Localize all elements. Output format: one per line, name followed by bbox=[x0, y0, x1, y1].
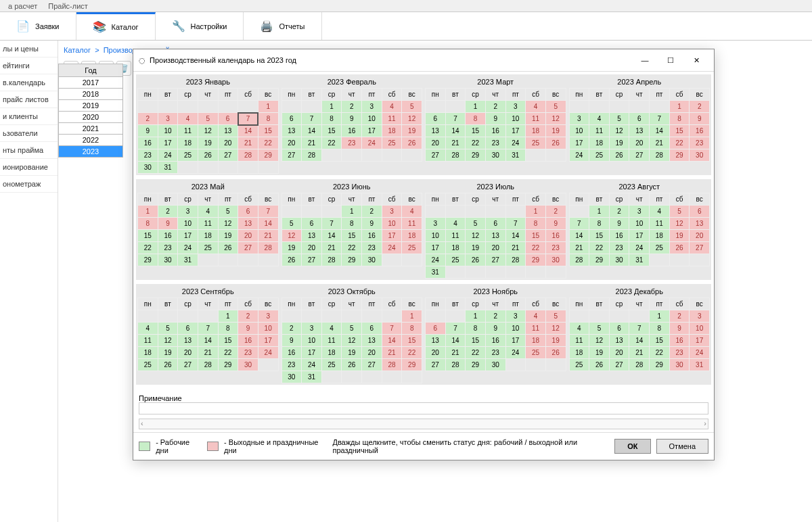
day-cell[interactable]: 29 bbox=[669, 149, 690, 162]
day-cell[interactable]: 12 bbox=[281, 230, 302, 242]
day-cell[interactable]: 17 bbox=[362, 125, 382, 137]
day-cell[interactable]: 13 bbox=[281, 125, 302, 137]
day-cell[interactable]: 12 bbox=[609, 125, 629, 137]
day-cell[interactable]: 18 bbox=[178, 137, 198, 149]
day-cell[interactable]: 22 bbox=[402, 347, 422, 359]
day-cell[interactable]: 8 bbox=[321, 113, 342, 125]
day-cell[interactable]: 8 bbox=[466, 323, 486, 335]
day-cell[interactable]: 3 bbox=[505, 101, 526, 113]
day-cell[interactable]: 4 bbox=[445, 218, 466, 230]
day-cell[interactable]: 5 bbox=[342, 323, 362, 335]
day-cell[interactable]: 2 bbox=[158, 206, 178, 218]
day-cell[interactable]: 30 bbox=[485, 359, 505, 371]
day-cell[interactable]: 12 bbox=[589, 335, 610, 347]
day-cell[interactable]: 5 bbox=[545, 310, 566, 323]
day-cell[interactable]: 25 bbox=[178, 149, 198, 162]
cancel-button[interactable]: Отмена bbox=[656, 439, 708, 454]
main-tab-Каталог[interactable]: Каталог bbox=[76, 12, 156, 40]
day-cell[interactable]: 13 bbox=[218, 125, 238, 137]
day-cell[interactable]: 6 bbox=[609, 323, 629, 335]
day-cell[interactable]: 20 bbox=[609, 347, 629, 359]
day-cell[interactable]: 13 bbox=[609, 335, 629, 347]
main-tab-Настройки[interactable]: Настройки bbox=[156, 12, 244, 40]
day-cell[interactable]: 28 bbox=[258, 242, 278, 254]
day-cell[interactable]: 14 bbox=[569, 230, 589, 242]
day-cell[interactable]: 26 bbox=[198, 149, 218, 162]
day-cell[interactable]: 19 bbox=[589, 347, 610, 359]
day-cell[interactable]: 16 bbox=[545, 230, 566, 242]
day-cell[interactable]: 11 bbox=[526, 323, 546, 335]
day-cell[interactable]: 14 bbox=[238, 125, 258, 137]
day-cell[interactable]: 10 bbox=[690, 323, 710, 335]
day-cell[interactable]: 25 bbox=[445, 254, 466, 266]
day-cell[interactable]: 1 bbox=[402, 310, 422, 323]
day-cell[interactable]: 21 bbox=[198, 347, 218, 359]
day-cell[interactable]: 8 bbox=[650, 323, 670, 335]
day-cell[interactable]: 13 bbox=[629, 125, 650, 137]
day-cell[interactable]: 8 bbox=[466, 113, 486, 125]
day-cell[interactable]: 11 bbox=[589, 125, 610, 137]
day-cell[interactable]: 30 bbox=[545, 254, 566, 266]
day-cell[interactable]: 1 bbox=[466, 101, 486, 113]
top-tab[interactable]: Прайс-лист bbox=[43, 1, 93, 11]
day-cell[interactable]: 24 bbox=[505, 347, 526, 359]
day-cell[interactable]: 4 bbox=[569, 323, 589, 335]
day-cell[interactable]: 5 bbox=[218, 206, 238, 218]
day-cell[interactable]: 10 bbox=[158, 125, 178, 137]
day-cell[interactable]: 10 bbox=[382, 218, 402, 230]
day-cell[interactable]: 5 bbox=[466, 218, 486, 230]
day-cell[interactable]: 28 bbox=[382, 359, 402, 371]
day-cell[interactable]: 7 bbox=[650, 113, 670, 125]
day-cell[interactable]: 21 bbox=[258, 230, 278, 242]
day-cell[interactable]: 24 bbox=[158, 149, 178, 162]
day-cell[interactable]: 20 bbox=[218, 137, 238, 149]
day-cell[interactable]: 9 bbox=[342, 113, 362, 125]
day-cell[interactable]: 29 bbox=[138, 254, 158, 266]
day-cell[interactable]: 9 bbox=[690, 113, 710, 125]
day-cell[interactable]: 12 bbox=[218, 218, 238, 230]
day-cell[interactable]: 28 bbox=[238, 149, 258, 162]
day-cell[interactable]: 6 bbox=[178, 323, 198, 335]
day-cell[interactable]: 6 bbox=[362, 323, 382, 335]
sidebar-item[interactable]: нты прайма bbox=[0, 142, 58, 159]
day-cell[interactable]: 17 bbox=[302, 347, 322, 359]
day-cell[interactable]: 22 bbox=[138, 242, 158, 254]
day-cell[interactable]: 22 bbox=[321, 137, 342, 149]
day-cell[interactable]: 27 bbox=[362, 359, 382, 371]
day-cell[interactable]: 20 bbox=[426, 347, 446, 359]
day-cell[interactable]: 17 bbox=[569, 137, 589, 149]
day-cell[interactable]: 4 bbox=[650, 206, 670, 218]
day-cell[interactable]: 30 bbox=[485, 149, 505, 162]
day-cell[interactable]: 20 bbox=[281, 137, 302, 149]
day-cell[interactable]: 17 bbox=[158, 137, 178, 149]
day-cell[interactable]: 16 bbox=[342, 125, 362, 137]
year-item[interactable]: 2021 bbox=[58, 123, 123, 135]
day-cell[interactable]: 28 bbox=[302, 149, 322, 162]
day-cell[interactable]: 31 bbox=[158, 162, 178, 174]
day-cell[interactable]: 12 bbox=[545, 323, 566, 335]
day-cell[interactable]: 20 bbox=[238, 230, 258, 242]
day-cell[interactable]: 2 bbox=[342, 101, 362, 113]
sidebar-item[interactable]: онометраж bbox=[0, 176, 58, 193]
day-cell[interactable]: 24 bbox=[382, 242, 402, 254]
day-cell[interactable]: 23 bbox=[690, 137, 710, 149]
day-cell[interactable]: 8 bbox=[589, 218, 610, 230]
day-cell[interactable]: 25 bbox=[650, 242, 670, 254]
day-cell[interactable]: 11 bbox=[445, 230, 466, 242]
day-cell[interactable]: 19 bbox=[545, 335, 566, 347]
day-cell[interactable]: 9 bbox=[609, 218, 629, 230]
day-cell[interactable]: 22 bbox=[258, 137, 278, 149]
day-cell[interactable]: 27 bbox=[426, 149, 446, 162]
day-cell[interactable]: 19 bbox=[281, 242, 302, 254]
day-cell[interactable]: 10 bbox=[629, 218, 650, 230]
day-cell[interactable]: 14 bbox=[505, 230, 526, 242]
day-cell[interactable]: 9 bbox=[138, 125, 158, 137]
day-cell[interactable]: 8 bbox=[402, 323, 422, 335]
day-cell[interactable]: 22 bbox=[466, 347, 486, 359]
day-cell[interactable]: 1 bbox=[669, 101, 690, 113]
day-cell[interactable]: 21 bbox=[650, 137, 670, 149]
day-cell[interactable]: 13 bbox=[302, 230, 322, 242]
minimize-button[interactable]: — bbox=[633, 53, 657, 67]
day-cell[interactable]: 1 bbox=[342, 206, 362, 218]
day-cell[interactable]: 16 bbox=[485, 125, 505, 137]
